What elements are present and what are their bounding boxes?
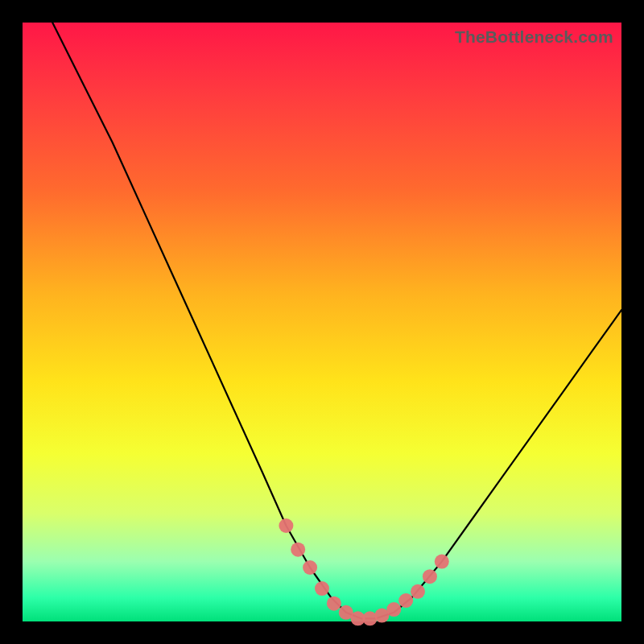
highlight-dot bbox=[315, 581, 329, 596]
highlight-dot bbox=[303, 560, 317, 575]
curve-svg bbox=[23, 23, 621, 621]
bottleneck-curve bbox=[52, 23, 621, 618]
marker-group bbox=[279, 518, 448, 625]
highlight-dot bbox=[411, 584, 425, 599]
highlight-dot bbox=[386, 602, 401, 617]
highlight-dot bbox=[435, 555, 449, 569]
highlight-dot bbox=[423, 569, 437, 584]
highlight-dot bbox=[398, 593, 413, 608]
plot-area: TheBottleneck.com bbox=[23, 23, 621, 621]
highlight-dot bbox=[291, 543, 305, 557]
chart-frame: TheBottleneck.com bbox=[0, 0, 644, 644]
highlight-dot bbox=[279, 518, 293, 533]
highlight-dot bbox=[327, 597, 341, 611]
